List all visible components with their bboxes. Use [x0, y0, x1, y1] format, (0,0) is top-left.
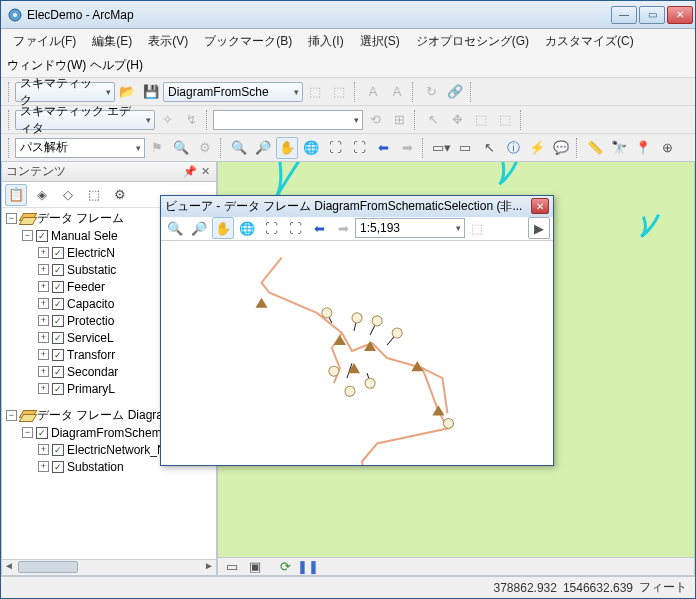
hyperlink-icon[interactable]: ⚡	[526, 137, 548, 159]
layer-label[interactable]: ServiceL	[67, 331, 114, 345]
layer-checkbox[interactable]	[52, 298, 64, 310]
select-features-icon[interactable]: ▭▾	[430, 137, 452, 159]
close-button[interactable]: ✕	[667, 6, 693, 24]
layer-label[interactable]: Manual Sele	[51, 229, 118, 243]
html-popup-icon[interactable]: 💬	[550, 137, 572, 159]
viewer-full-extent-icon[interactable]: 🌐	[236, 217, 258, 239]
list-by-selection-icon[interactable]: ⬚	[83, 184, 105, 206]
layer-checkbox[interactable]	[52, 264, 64, 276]
layer-checkbox[interactable]	[52, 383, 64, 395]
expand-icon[interactable]: +	[38, 461, 49, 472]
save-floppy-icon[interactable]: 💾	[140, 81, 162, 103]
dataframe-label[interactable]: データ フレーム	[37, 210, 124, 227]
expand-icon[interactable]: +	[38, 383, 49, 394]
menu-insert[interactable]: 挿入(I)	[302, 31, 349, 52]
goto-xy-icon[interactable]: ⊕	[656, 137, 678, 159]
menu-bookmark[interactable]: ブックマーク(B)	[198, 31, 298, 52]
layer-label[interactable]: Substatic	[67, 263, 116, 277]
expand-icon[interactable]: +	[38, 349, 49, 360]
refresh-icon[interactable]: ↻	[420, 81, 442, 103]
viewer-forward-icon[interactable]: ➡	[332, 217, 354, 239]
full-extent-globe-icon[interactable]: 🌐	[300, 137, 322, 159]
layer-checkbox[interactable]	[52, 366, 64, 378]
find-route-icon[interactable]: 📍	[632, 137, 654, 159]
viewer-titlebar[interactable]: ビューア - データ フレーム DiagramFromSchematicSele…	[161, 196, 553, 217]
expand-icon[interactable]: +	[38, 264, 49, 275]
menu-window[interactable]: ウィンドウ(W)	[7, 57, 86, 74]
layer-label[interactable]: PrimaryL	[67, 382, 115, 396]
measure-icon[interactable]: 📏	[584, 137, 606, 159]
viewer-fixed-zoom-in-icon[interactable]: ⛶	[260, 217, 282, 239]
viewer-zoom-in-icon[interactable]: 🔍	[164, 217, 186, 239]
collapse-icon[interactable]: −	[22, 427, 33, 438]
viewer-back-icon[interactable]: ⬅	[308, 217, 330, 239]
viewer-zoom-out-icon[interactable]: 🔎	[188, 217, 210, 239]
fixed-zoom-out-icon[interactable]: ⛶	[348, 137, 370, 159]
layer-label[interactable]: Protectio	[67, 314, 114, 328]
layer-checkbox[interactable]	[52, 281, 64, 293]
identify-icon[interactable]: ⓘ	[502, 137, 524, 159]
pause-draw-icon[interactable]: ❚❚	[299, 560, 317, 574]
layer-label[interactable]: Substation	[67, 460, 124, 474]
layer-label[interactable]: Capacito	[67, 297, 114, 311]
layer-label[interactable]: ElectricNetwork_N	[67, 443, 166, 457]
fwd-extent-icon[interactable]: ➡	[396, 137, 418, 159]
clear-selection-icon[interactable]: ▭	[454, 137, 476, 159]
expand-icon[interactable]: +	[38, 315, 49, 326]
data-view-icon[interactable]: ▭	[223, 560, 241, 574]
menu-edit[interactable]: 編集(E)	[86, 31, 138, 52]
dataframe-label[interactable]: データ フレーム Diagra	[37, 407, 163, 424]
pan-hand-icon[interactable]: ✋	[276, 137, 298, 159]
layer-label[interactable]: ElectricN	[67, 246, 115, 260]
layout-view-icon[interactable]: ▣	[246, 560, 264, 574]
layer-checkbox[interactable]	[52, 349, 64, 361]
viewer-window[interactable]: ビューア - データ フレーム DiagramFromSchematicSele…	[160, 195, 554, 466]
collapse-icon[interactable]: −	[6, 410, 17, 421]
viewer-btn-x[interactable]: ⬚	[466, 217, 488, 239]
editor-combo[interactable]	[213, 110, 363, 130]
list-by-drawing-icon[interactable]: 📋	[5, 184, 27, 206]
layer-checkbox[interactable]	[52, 332, 64, 344]
trace-btn-3[interactable]: ⚙	[194, 137, 216, 159]
trace-dropdown[interactable]: パス解析	[15, 138, 145, 158]
link-icon[interactable]: 🔗	[444, 81, 466, 103]
find-binoculars-icon[interactable]: 🔭	[608, 137, 630, 159]
menu-file[interactable]: ファイル(F)	[7, 31, 82, 52]
minimize-button[interactable]: —	[611, 6, 637, 24]
layer-label[interactable]: Feeder	[67, 280, 105, 294]
expand-icon[interactable]: +	[38, 444, 49, 455]
layer-checkbox[interactable]	[52, 444, 64, 456]
refresh-map-icon[interactable]: ⟳	[276, 560, 294, 574]
expand-icon[interactable]: +	[38, 281, 49, 292]
trace-btn-2[interactable]: 🔍	[170, 137, 192, 159]
layer-checkbox[interactable]	[52, 247, 64, 259]
pin-icon[interactable]: 📌	[183, 165, 197, 178]
toolbar1-btn-a[interactable]: ⬚	[304, 81, 326, 103]
menu-view[interactable]: 表示(V)	[142, 31, 194, 52]
fixed-zoom-in-icon[interactable]: ⛶	[324, 137, 346, 159]
toc-options-icon[interactable]: ⚙	[109, 184, 131, 206]
viewer-pan-icon[interactable]: ✋	[212, 217, 234, 239]
zoom-in-icon[interactable]: 🔍	[228, 137, 250, 159]
viewer-scale-dropdown[interactable]: 1:5,193	[355, 218, 465, 238]
expand-icon[interactable]: +	[38, 366, 49, 377]
menu-geoprocessing[interactable]: ジオプロセシング(G)	[410, 31, 535, 52]
layer-label[interactable]: DiagramFromSchem	[51, 426, 162, 440]
menu-help[interactable]: ヘルプ(H)	[90, 57, 143, 74]
viewer-next-icon[interactable]: ▶	[528, 217, 550, 239]
expand-icon[interactable]: +	[38, 247, 49, 258]
select-pointer-icon[interactable]: ↖	[478, 137, 500, 159]
diagram-dropdown[interactable]: DiagramFromSche	[163, 82, 303, 102]
trace-btn-1[interactable]: ⚑	[146, 137, 168, 159]
toc-hscrollbar[interactable]	[2, 559, 216, 575]
collapse-icon[interactable]: −	[22, 230, 33, 241]
back-extent-icon[interactable]: ⬅	[372, 137, 394, 159]
toolbar1-btn-b[interactable]: ⬚	[328, 81, 350, 103]
expand-icon[interactable]: +	[38, 332, 49, 343]
list-by-visibility-icon[interactable]: ◇	[57, 184, 79, 206]
layer-checkbox[interactable]	[36, 427, 48, 439]
collapse-icon[interactable]: −	[6, 213, 17, 224]
layer-checkbox[interactable]	[36, 230, 48, 242]
zoom-out-icon[interactable]: 🔎	[252, 137, 274, 159]
toc-close-icon[interactable]: ✕	[201, 165, 210, 178]
